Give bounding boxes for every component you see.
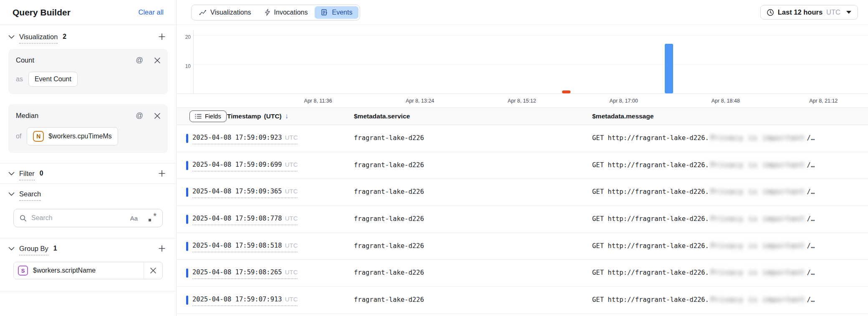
y-axis-tick: 20 <box>177 34 191 40</box>
timestamp-value: 2025-04-08 17:59:09:365 <box>192 188 282 195</box>
query-builder-app: Query Builder Clear all Visualization 2 … <box>0 0 868 316</box>
message-cell: GET http://fragrant-lake-d226.Privacy is… <box>592 269 815 276</box>
tab-invocations[interactable]: Invocations <box>258 6 314 19</box>
redacted-text: Privacy is important <box>711 188 805 196</box>
event-indicator-bar <box>186 134 188 143</box>
add-filter-button[interactable] <box>156 168 168 179</box>
event-indicator-bar <box>186 296 188 305</box>
chart-bar[interactable] <box>665 44 673 93</box>
message-prefix: GET http://fragrant-lake-d226. <box>592 242 709 250</box>
timestamp-cell[interactable]: 2025-04-08 17:59:08:778UTC <box>192 215 298 225</box>
service-cell: fragrant-lake-d226 <box>354 134 424 142</box>
y-axis-line <box>193 30 194 94</box>
timestamp-cell[interactable]: 2025-04-08 17:59:08:518UTC <box>192 242 298 252</box>
visualization-alias-field[interactable]: Event Count <box>28 72 78 87</box>
service-cell: fragrant-lake-d226 <box>354 215 424 223</box>
group-by-section: Group By 1 S $workers.scriptName <box>0 238 176 291</box>
x-axis-tick: Apr 8, 11:36 <box>304 98 332 104</box>
event-indicator-bar <box>186 188 188 197</box>
fields-list-icon <box>195 113 202 119</box>
group-by-field[interactable]: S $workers.scriptName <box>13 262 163 279</box>
timestamp-value: 2025-04-08 17:59:08:518 <box>192 242 282 249</box>
remove-visualization-button[interactable] <box>154 113 160 119</box>
gridline-10 <box>194 64 868 65</box>
fields-button[interactable]: Fields <box>189 110 227 122</box>
lightning-icon <box>265 9 270 16</box>
table-row[interactable]: 2025-04-08 17:59:08:265UTC fragrant-lake… <box>177 260 868 287</box>
table-row[interactable]: 2025-04-08 17:59:08:778UTC fragrant-lake… <box>177 206 868 233</box>
at-icon[interactable]: @ <box>136 56 143 65</box>
page-title: Query Builder <box>13 8 71 18</box>
timestamp-cell[interactable]: 2025-04-08 17:59:09:923UTC <box>192 134 298 144</box>
visualization-title: Count <box>16 56 136 64</box>
search-section-label[interactable]: Search <box>19 190 41 201</box>
search-input[interactable] <box>31 214 126 222</box>
x-axis-tick: Apr 8, 17:00 <box>610 98 638 104</box>
tab-label: Visualizations <box>210 9 251 16</box>
visualization-count: 2 <box>63 33 66 40</box>
group-by-section-label[interactable]: Group By <box>19 245 48 256</box>
filter-section: Filter 0 <box>0 163 176 183</box>
sort-desc-icon[interactable]: ↓ <box>285 112 289 120</box>
timestamp-cell[interactable]: 2025-04-08 17:59:08:265UTC <box>192 268 298 279</box>
x-axis-line <box>177 93 868 94</box>
line-chart-icon <box>199 10 207 15</box>
table-row[interactable]: 2025-04-08 17:59:07:913UTC fragrant-lake… <box>177 287 868 314</box>
clear-all-link[interactable]: Clear all <box>138 8 164 16</box>
redacted-text: Privacy is important <box>711 134 805 142</box>
caret-down-icon <box>846 11 851 14</box>
chevron-down-icon[interactable] <box>8 35 15 39</box>
divider <box>0 291 176 291</box>
timestamp-value: 2025-04-08 17:59:08:778 <box>192 215 282 222</box>
main-panel: Visualizations Invocations Events <box>177 0 868 316</box>
chevron-down-icon[interactable] <box>8 192 15 196</box>
filter-count: 0 <box>40 170 43 177</box>
time-range-label: Last 12 hours <box>778 8 823 16</box>
alias-value: Event Count <box>35 75 71 83</box>
visualization-section-label[interactable]: Visualization <box>19 33 58 44</box>
column-header-timestamp: Timestamp (UTC) ↓ <box>227 112 288 120</box>
message-cell: GET http://fragrant-lake-d226.Privacy is… <box>592 188 815 196</box>
events-bar-chart: 20 10 Apr 8, 11:36Apr 8, 13:24Apr 8, 15:… <box>177 25 868 108</box>
regex-toggle-icon[interactable]: * <box>148 214 156 222</box>
timestamp-cell[interactable]: 2025-04-08 17:59:07:913UTC <box>192 296 298 306</box>
redacted-text: Privacy is important <box>711 215 805 223</box>
table-row[interactable]: 2025-04-08 17:59:09:365UTC fragrant-lake… <box>177 179 868 206</box>
table-row[interactable]: 2025-04-08 17:59:09:923UTC fragrant-lake… <box>177 125 868 152</box>
add-visualization-button[interactable] <box>156 31 168 43</box>
service-cell: fragrant-lake-d226 <box>354 161 424 169</box>
numeric-type-badge: N <box>33 131 44 142</box>
fields-button-label: Fields <box>205 113 221 120</box>
message-suffix: /… <box>807 134 815 142</box>
add-group-by-button[interactable] <box>156 243 168 254</box>
visualization-field-selector[interactable]: N $workers.cpuTimeMs <box>27 127 118 145</box>
events-table: Fields Timestamp (UTC) ↓ $metadata.servi… <box>177 108 868 316</box>
group-by-count: 1 <box>53 245 57 252</box>
time-range-dropdown[interactable]: Last 12 hours UTC <box>760 5 858 20</box>
timestamp-cell[interactable]: 2025-04-08 17:59:09:365UTC <box>192 188 298 198</box>
filter-section-label[interactable]: Filter <box>19 170 35 181</box>
service-cell: fragrant-lake-d226 <box>354 269 424 276</box>
chevron-down-icon[interactable] <box>8 247 15 251</box>
group-by-value: $workers.scriptName <box>33 267 144 274</box>
event-indicator-bar <box>186 242 188 251</box>
visualization-card-median: Median @ of N $workers.cpuTimeMs <box>8 104 168 153</box>
chart-bar[interactable] <box>562 90 570 93</box>
message-suffix: /… <box>807 161 815 169</box>
at-icon[interactable]: @ <box>136 111 143 120</box>
tab-events[interactable]: Events <box>315 6 358 19</box>
message-cell: GET http://fragrant-lake-d226.Privacy is… <box>592 161 815 169</box>
timestamp-value: 2025-04-08 17:59:07:913 <box>192 296 282 303</box>
tab-visualizations[interactable]: Visualizations <box>193 6 257 19</box>
remove-group-by-button[interactable] <box>144 268 162 273</box>
event-indicator-bar <box>186 161 188 170</box>
timestamp-cell[interactable]: 2025-04-08 17:59:09:699UTC <box>192 161 298 171</box>
view-tab-group: Visualizations Invocations Events <box>191 5 360 20</box>
case-sensitivity-toggle[interactable]: Aa <box>130 215 138 222</box>
chevron-down-icon[interactable] <box>8 172 15 176</box>
table-row[interactable]: 2025-04-08 17:59:08:518UTC fragrant-lake… <box>177 233 868 260</box>
field-value: $workers.cpuTimeMs <box>48 133 111 140</box>
timezone-suffix: UTC <box>285 296 298 303</box>
table-row[interactable]: 2025-04-08 17:59:09:699UTC fragrant-lake… <box>177 152 868 179</box>
remove-visualization-button[interactable] <box>154 58 160 63</box>
